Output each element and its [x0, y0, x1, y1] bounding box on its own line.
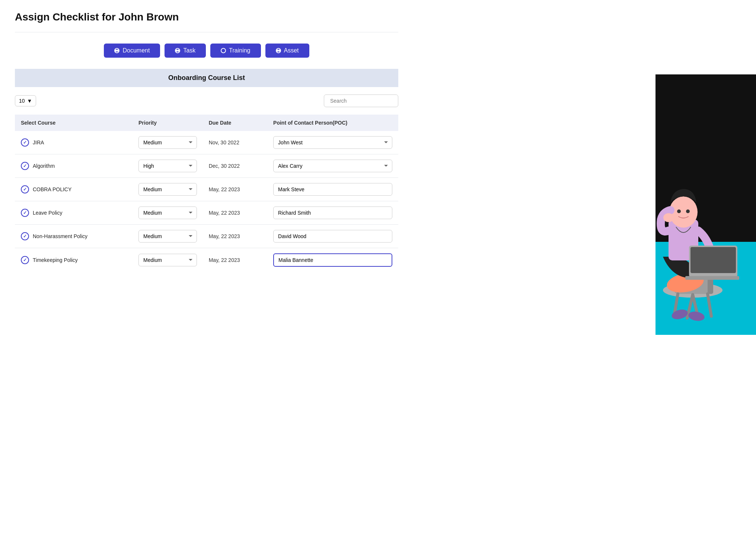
check-icon	[21, 232, 29, 240]
course-name: Leave Policy	[33, 210, 62, 216]
controls-row: 10 ▼	[15, 94, 398, 107]
priority-select[interactable]: LowMediumHighCritical	[138, 206, 197, 219]
table-row: COBRA POLICY LowMediumHighCriticalMay, 2…	[15, 178, 398, 201]
tab-asset-radio	[276, 48, 281, 53]
poc-input[interactable]	[273, 253, 392, 267]
svg-point-19	[677, 209, 681, 213]
tab-document[interactable]: Document	[104, 44, 160, 58]
table-row: Timekeeping Policy LowMediumHighCritical…	[15, 248, 398, 272]
priority-select[interactable]: LowMediumHighCritical	[138, 230, 197, 243]
course-table: Select Course Priority Due Date Point of…	[15, 115, 398, 272]
page-size-selector[interactable]: 10 ▼	[15, 95, 36, 106]
poc-input[interactable]	[273, 230, 392, 243]
tab-task[interactable]: Task	[165, 44, 206, 58]
tab-task-radio	[175, 48, 180, 53]
page-size-arrow: ▼	[27, 98, 32, 104]
tab-document-label: Document	[122, 47, 150, 54]
tab-task-label: Task	[183, 47, 195, 54]
poc-cell[interactable]	[267, 248, 398, 272]
search-input[interactable]	[324, 94, 398, 107]
course-name: JIRA	[33, 140, 44, 145]
course-name: COBRA POLICY	[33, 186, 71, 192]
check-icon	[21, 209, 29, 217]
svg-point-20	[686, 209, 690, 213]
priority-cell[interactable]: LowMediumHighCritical	[133, 178, 203, 201]
priority-cell[interactable]: LowMediumHighCritical	[133, 131, 203, 154]
check-icon	[21, 162, 29, 170]
table-row: Algorithm LowMediumHighCriticalDec, 30 2…	[15, 154, 398, 178]
poc-input[interactable]	[273, 183, 392, 196]
course-cell: COBRA POLICY	[15, 178, 133, 201]
priority-select[interactable]: LowMediumHighCritical	[138, 160, 197, 172]
check-icon	[21, 138, 29, 147]
table-row: Non-Harassment Policy LowMediumHighCriti…	[15, 225, 398, 248]
due-date-cell: May, 22 2023	[203, 225, 267, 248]
tab-asset[interactable]: Asset	[265, 44, 309, 58]
due-date-cell: Dec, 30 2022	[203, 154, 267, 178]
table-header-row: Select Course Priority Due Date Point of…	[15, 115, 398, 131]
course-cell: Timekeeping Policy	[15, 248, 133, 272]
section-header: Onboarding Course List	[15, 69, 398, 87]
course-name: Algorithm	[33, 163, 55, 169]
course-cell: JIRA	[15, 131, 133, 154]
svg-rect-16	[685, 276, 739, 280]
poc-cell[interactable]: Alex Carry	[267, 154, 398, 178]
due-date-cell: May, 22 2023	[203, 201, 267, 225]
poc-cell[interactable]	[267, 178, 398, 201]
course-cell: Non-Harassment Policy	[15, 225, 133, 248]
poc-input[interactable]	[273, 206, 392, 219]
poc-cell[interactable]: John West	[267, 131, 398, 154]
course-cell: Leave Policy	[15, 201, 133, 225]
poc-select[interactable]: Alex Carry	[273, 160, 392, 172]
col-header-priority: Priority	[133, 115, 203, 131]
priority-cell[interactable]: LowMediumHighCritical	[133, 154, 203, 178]
check-icon	[21, 185, 29, 193]
poc-select[interactable]: John West	[273, 136, 392, 149]
priority-select[interactable]: LowMediumHighCritical	[138, 254, 197, 266]
poc-cell[interactable]	[267, 201, 398, 225]
priority-select[interactable]: LowMediumHighCritical	[138, 183, 197, 196]
due-date-cell: May, 22 2023	[203, 248, 267, 272]
due-date-cell: Nov, 30 2022	[203, 131, 267, 154]
tab-training-label: Training	[229, 47, 250, 54]
tab-asset-label: Asset	[284, 47, 299, 54]
table-row: Leave Policy LowMediumHighCriticalMay, 2…	[15, 201, 398, 225]
col-header-due-date: Due Date	[203, 115, 267, 131]
course-cell: Algorithm	[15, 154, 133, 178]
due-date-cell: May, 22 2023	[203, 178, 267, 201]
course-name: Timekeeping Policy	[33, 257, 78, 263]
tabs-container: Document Task Training Asset	[15, 44, 398, 58]
check-icon	[21, 256, 29, 264]
priority-cell[interactable]: LowMediumHighCritical	[133, 225, 203, 248]
col-header-course: Select Course	[15, 115, 133, 131]
course-name: Non-Harassment Policy	[33, 233, 87, 239]
svg-rect-15	[690, 247, 736, 273]
tab-training-radio	[221, 48, 226, 53]
priority-select[interactable]: LowMediumHighCritical	[138, 136, 197, 149]
poc-cell[interactable]	[267, 225, 398, 248]
priority-cell[interactable]: LowMediumHighCritical	[133, 248, 203, 272]
illustration	[600, 74, 756, 335]
page-size-value: 10	[19, 98, 25, 104]
svg-point-12	[663, 213, 674, 222]
tab-document-radio	[114, 48, 119, 53]
tab-training[interactable]: Training	[210, 44, 261, 58]
col-header-poc: Point of Contact Person(POC)	[267, 115, 398, 131]
priority-cell[interactable]: LowMediumHighCritical	[133, 201, 203, 225]
table-row: JIRA LowMediumHighCriticalNov, 30 2022Jo…	[15, 131, 398, 154]
page-title: Assign Checklist for John Brown	[15, 11, 398, 32]
